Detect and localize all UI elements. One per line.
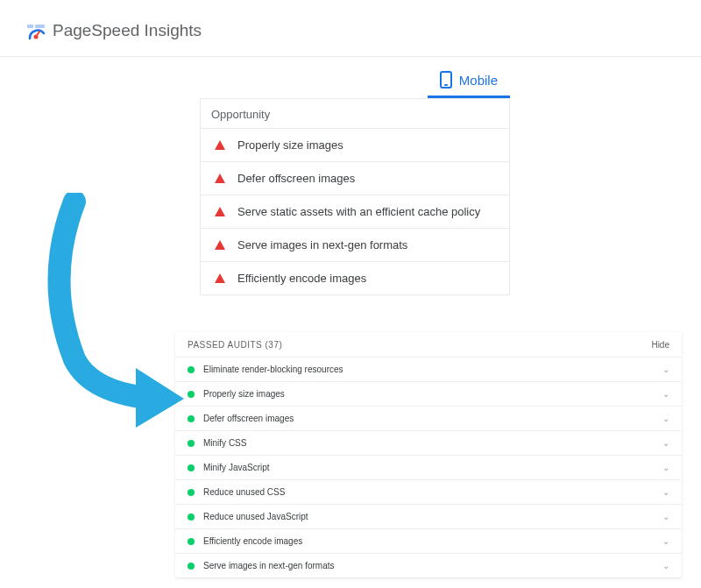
- warning-triangle-icon: [215, 273, 225, 283]
- opportunity-item[interactable]: Defer offscreen images: [201, 161, 509, 195]
- passed-item-label: Properly size images: [203, 389, 654, 399]
- passed-audit-item[interactable]: Minify CSS ⌄: [175, 430, 682, 455]
- warning-triangle-icon: [215, 174, 225, 183]
- passed-audits-header: PASSED AUDITS (37) Hide: [175, 332, 682, 357]
- passed-audits-section: PASSED AUDITS (37) Hide Eliminate render…: [175, 332, 682, 577]
- passed-item-label: Efficiently encode images: [203, 536, 654, 546]
- passed-item-label: Reduce unused JavaScript: [203, 512, 654, 521]
- svg-rect-1: [35, 25, 45, 28]
- svg-rect-0: [27, 25, 33, 28]
- opportunity-item[interactable]: Properly size images: [201, 128, 509, 161]
- warning-triangle-icon: [215, 240, 225, 250]
- passed-audit-item[interactable]: Properly size images ⌄: [175, 381, 682, 406]
- passed-audit-item[interactable]: Defer offscreen images ⌄: [175, 406, 682, 430]
- chevron-down-icon: ⌄: [662, 389, 669, 399]
- pagespeed-logo-icon: [26, 21, 46, 40]
- passed-audit-item[interactable]: Eliminate render-blocking resources ⌄: [175, 357, 682, 381]
- chevron-down-icon: ⌄: [662, 438, 669, 448]
- pass-dot-icon: [188, 464, 195, 471]
- opportunity-item[interactable]: Serve images in next-gen formats: [201, 228, 509, 261]
- passed-audit-item[interactable]: Efficiently encode images ⌄: [175, 528, 682, 553]
- pass-dot-icon: [188, 563, 195, 570]
- opportunity-item-label: Efficiently encode images: [237, 272, 366, 285]
- tab-bar: Mobile: [0, 57, 701, 98]
- passed-audit-item[interactable]: Minify JavaScript ⌄: [175, 455, 682, 479]
- pass-dot-icon: [188, 489, 195, 496]
- app-header: PageSpeed Insights: [0, 0, 701, 57]
- opportunity-item-label: Serve images in next-gen formats: [237, 238, 407, 251]
- chevron-down-icon: ⌄: [662, 463, 669, 472]
- warning-triangle-icon: [215, 207, 225, 216]
- warning-triangle-icon: [215, 140, 225, 150]
- passed-item-label: Minify JavaScript: [203, 463, 654, 472]
- opportunity-item-label: Serve static assets with an efficient ca…: [237, 205, 480, 218]
- passed-item-label: Reduce unused CSS: [203, 487, 654, 497]
- tab-mobile-label: Mobile: [459, 73, 498, 88]
- opportunity-label: Opportunity: [201, 98, 509, 128]
- opportunity-section: Opportunity Properly size images Defer o…: [200, 98, 510, 295]
- chevron-down-icon: ⌄: [662, 414, 669, 423]
- chevron-down-icon: ⌄: [662, 487, 669, 497]
- chevron-down-icon: ⌄: [662, 536, 669, 546]
- chevron-down-icon: ⌄: [662, 512, 669, 521]
- opportunity-item[interactable]: Serve static assets with an efficient ca…: [201, 195, 509, 228]
- passed-item-label: Eliminate render-blocking resources: [203, 365, 654, 374]
- passed-audits-title: PASSED AUDITS (37): [188, 340, 282, 350]
- app-title: PageSpeed Insights: [53, 21, 202, 40]
- pass-dot-icon: [188, 514, 195, 521]
- opportunity-item-label: Defer offscreen images: [237, 172, 355, 185]
- passed-audit-item[interactable]: Serve images in next-gen formats ⌄: [175, 553, 682, 577]
- passed-audit-item[interactable]: Reduce unused CSS ⌄: [175, 479, 682, 504]
- chevron-down-icon: ⌄: [662, 365, 669, 374]
- curved-arrow-icon: [22, 193, 197, 429]
- hide-button[interactable]: Hide: [651, 340, 669, 350]
- passed-audit-item[interactable]: Reduce unused JavaScript ⌄: [175, 504, 682, 528]
- passed-item-label: Minify CSS: [203, 438, 654, 448]
- opportunity-item[interactable]: Efficiently encode images: [201, 261, 509, 294]
- pass-dot-icon: [188, 440, 195, 447]
- passed-item-label: Defer offscreen images: [203, 414, 654, 423]
- pass-dot-icon: [188, 538, 195, 545]
- passed-item-label: Serve images in next-gen formats: [203, 561, 654, 570]
- opportunity-item-label: Properly size images: [237, 138, 343, 152]
- tab-mobile[interactable]: Mobile: [428, 66, 510, 98]
- chevron-down-icon: ⌄: [662, 561, 669, 570]
- mobile-icon: [440, 71, 452, 89]
